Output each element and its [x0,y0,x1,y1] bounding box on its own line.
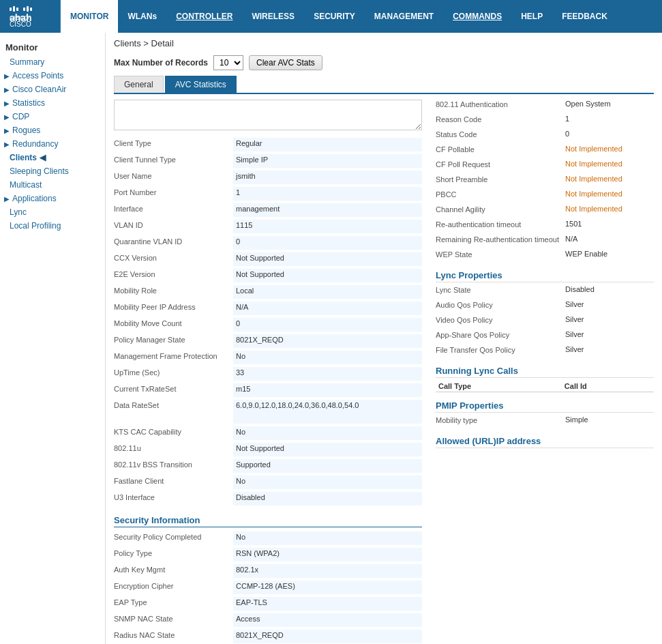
sidebar-item-cdp[interactable]: ▶ CDP [0,110,105,123]
sidebar-item-sleeping-clients[interactable]: Sleeping Clients [0,164,105,178]
nav-controller[interactable]: CONTROLLER [166,0,242,33]
nav-management[interactable]: MANAGEMENT [365,0,443,33]
right-field-row-audio-qos: Audio Qos Policy Silver [436,300,654,312]
sidebar-item-local-profiling[interactable]: Local Profiling [0,219,105,233]
field-value-uptime: 33 [233,367,422,381]
max-records-select[interactable]: 10 25 50 [213,55,243,70]
arrow-icon-cdp: ▶ [4,113,10,121]
sidebar-item-clients[interactable]: Clients ◀ [0,151,105,164]
right-field-row-cf-pollable: CF Pollable Not Implemented [436,145,654,157]
sidebar-label-cleanair: Cisco CleanAir [12,85,66,94]
right-field-value-cf-poll-request: Not Implemented [565,160,654,168]
field-row-fastlane-client: Fastlane Client No [114,475,422,489]
field-value-security-policy-completed: No [233,531,422,545]
field-row-quarantine-vlan-id: Quarantine VLAN ID 0 [114,236,422,250]
right-field-value-lync-state: Disabled [565,285,654,293]
field-row-mobility-peer-ip: Mobility Peer IP Address N/A [114,302,422,315]
nav-feedback[interactable]: FEEDBACK [552,0,617,33]
right-field-label-cf-pollable: CF Pollable [436,145,565,153]
right-field-label-audio-qos: Audio Qos Policy [436,300,565,309]
right-field-label-status-code: Status Code [436,130,565,138]
cisco-logo-svg: ahah CISCO CISCO [10,6,50,27]
field-label-auth-key-mgmt: Auth Key Mgmt [114,564,233,574]
top-textarea[interactable] [114,100,422,130]
field-value-quarantine-vlan-id: 0 [233,236,422,250]
field-row-encryption-cipher: Encryption Cipher CCMP-128 (AES) [114,581,422,594]
field-value-radius-nac-state: 8021X_REQD [233,630,422,643]
left-column: Client Type Regular Client Tunnel Type S… [114,100,422,644]
right-field-row-appshare-qos: App-Share Qos Policy Silver [436,330,654,342]
right-field-row-lync-state: Lync State Disabled [436,285,654,297]
right-field-label-remaining-reauth: Remaining Re-authentication timeout [436,235,565,244]
lync-col-call-type: Call Type [436,381,562,392]
right-field-row-cf-poll-request: CF Poll Request Not Implemented [436,160,654,172]
field-row-eap-type: EAP Type EAP-TLS [114,597,422,611]
field-value-mobility-move-count: 0 [233,318,422,332]
field-label-mobility-move-count: Mobility Move Count [114,318,233,327]
field-value-kts-cac: No [233,426,422,440]
sidebar-label-multicast: Multicast [10,180,42,190]
field-row-mobility-role: Mobility Role Local [114,285,422,299]
right-field-label-lync-state: Lync State [436,285,565,294]
sidebar: Monitor Summary ▶ Access Points ▶ Cisco … [0,33,106,644]
right-field-label-short-preamble: Short Preamble [436,175,565,184]
field-value-policy-type: RSN (WPA2) [233,548,422,561]
field-row-policy-manager-state: Policy Manager State 8021X_REQD [114,334,422,348]
field-label-kts-cac: KTS CAC Capability [114,426,233,436]
field-row-ccx-version: CCX Version Not Supported [114,252,422,266]
field-value-vlan-id: 1115 [233,220,422,233]
field-value-auth-key-mgmt: 802.1x [233,564,422,578]
sidebar-item-multicast[interactable]: Multicast [0,178,105,192]
nav-security[interactable]: SECURITY [304,0,365,33]
lync-properties-header: Lync Properties [436,270,654,282]
sidebar-item-access-points[interactable]: ▶ Access Points [0,69,105,83]
field-value-mobility-peer-ip: N/A [233,302,422,315]
tab-avc-statistics[interactable]: AVC Statistics [165,76,237,93]
right-field-value-short-preamble: Not Implemented [565,175,654,183]
detail-columns: Client Type Regular Client Tunnel Type S… [114,100,654,644]
sidebar-item-rogues[interactable]: ▶ Rogues [0,123,105,137]
field-label-80211u: 802.11u [114,443,233,452]
nav-commands[interactable]: COMMANDS [443,0,511,33]
lync-col-call-id: Call Id [562,381,654,392]
sidebar-item-cleanair[interactable]: ▶ Cisco CleanAir [0,83,105,96]
right-field-value-cf-pollable: Not Implemented [565,145,654,153]
tab-bar: General AVC Statistics [114,76,654,94]
right-field-label-mobility-type: Mobility type [436,415,565,424]
field-label-radius-nac-state: Radius NAC State [114,630,233,639]
field-label-client-tunnel-type: Client Tunnel Type [114,154,233,164]
right-field-row-pbcc: PBCC Not Implemented [436,190,654,202]
page-layout: Monitor Summary ▶ Access Points ▶ Cisco … [0,33,662,644]
right-field-row-mobility-type: Mobility type Simple [436,415,654,428]
field-row-security-policy-completed: Security Policy Completed No [114,531,422,545]
clear-avc-stats-button[interactable]: Clear AVC Stats [249,55,322,70]
sidebar-item-lync[interactable]: Lync [0,205,105,219]
right-field-value-video-qos: Silver [565,315,654,323]
nav-wlans[interactable]: WLANs [118,0,166,33]
svg-rect-2 [10,8,12,11]
arrow-icon-cleanair: ▶ [4,86,10,93]
field-value-client-type: Regular [233,138,422,151]
field-label-mobility-role: Mobility Role [114,285,233,295]
nav-help[interactable]: HELP [511,0,552,33]
field-label-uptime: UpTime (Sec) [114,367,233,377]
sidebar-item-applications[interactable]: ▶ Applications [0,192,105,205]
sidebar-item-summary[interactable]: Summary [0,55,105,69]
field-label-u3-interface: U3 Interface [114,492,233,501]
nav-menu: MONITOR WLANs CONTROLLER WIRELESS SECURI… [61,0,662,33]
nav-monitor[interactable]: MONITOR [61,0,118,33]
right-field-row-remaining-reauth: Remaining Re-authentication timeout N/A [436,235,654,247]
sidebar-item-statistics[interactable]: ▶ Statistics [0,96,105,110]
field-value-e2e-version: Not Supported [233,269,422,282]
sidebar-label-local-profiling: Local Profiling [10,221,61,231]
field-row-mobility-move-count: Mobility Move Count 0 [114,318,422,332]
field-row-user-name: User Name jsmith [114,171,422,184]
sidebar-item-redundancy[interactable]: ▶ Redundancy [0,137,105,151]
field-label-policy-manager-state: Policy Manager State [114,334,233,344]
nav-wireless[interactable]: WIRELESS [242,0,304,33]
field-value-80211v-bss: Supported [233,459,422,473]
tab-general[interactable]: General [114,76,164,93]
field-value-mgmt-frame-protection: No [233,351,422,364]
field-value-eap-type: EAP-TLS [233,597,422,611]
field-value-policy-manager-state: 8021X_REQD [233,334,422,348]
